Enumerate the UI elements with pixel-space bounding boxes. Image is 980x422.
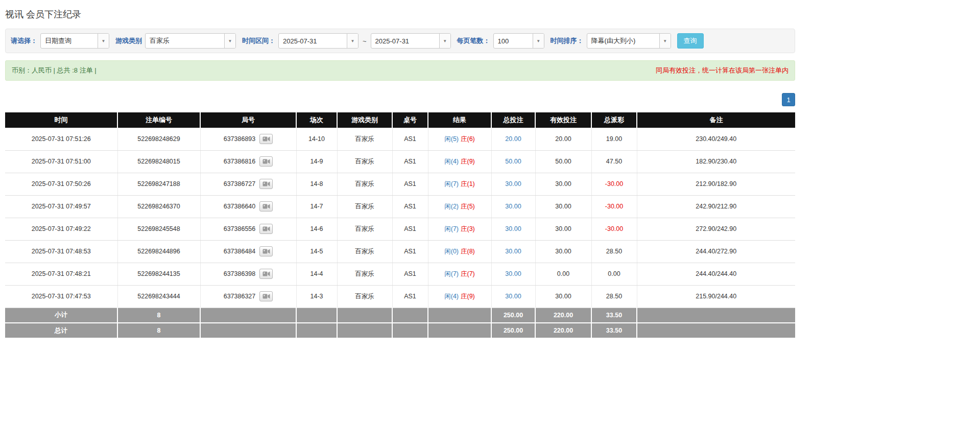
search-button[interactable]: 查询: [677, 33, 704, 49]
subtotal-row: 小计 8 250.00 220.00 33.50: [5, 308, 795, 323]
note: 244.40/272.90: [696, 248, 736, 255]
total-empty-cell: [337, 323, 392, 338]
sort-label: 时间排序：: [551, 36, 584, 45]
filter-group-per-page: 每页笔数： 100 ▼: [457, 33, 544, 49]
cell-session: 14-3: [296, 285, 337, 308]
total-bet-link[interactable]: 30.00: [505, 225, 521, 232]
date-from-input[interactable]: 2025-07-31 ▼: [278, 33, 358, 49]
cell-valid-bet: 0.00: [535, 263, 591, 285]
cell-valid-bet: 50.00: [535, 150, 591, 173]
video-replay-icon[interactable]: [259, 179, 273, 189]
round-id: 637386893: [224, 135, 256, 143]
result-banker: 庄(5): [461, 203, 475, 210]
page-button-1[interactable]: 1: [782, 93, 795, 106]
column-header: 结果: [428, 112, 491, 128]
bet-id: 522698248015: [137, 158, 180, 165]
cell-bet-id: 522698244135: [117, 263, 200, 285]
cell-game-type: 百家乐: [337, 263, 392, 285]
cell-time: 2025-07-31 07:51:00: [5, 150, 117, 173]
cell-result: 闲(7)庄(1): [428, 173, 491, 195]
cell-note: 272.90/242.90: [637, 218, 795, 240]
cell-total-bet: 30.00: [491, 240, 535, 263]
video-replay-icon[interactable]: [259, 156, 273, 167]
session-number: 14-7: [310, 203, 323, 210]
cell-total-bet: 30.00: [491, 173, 535, 195]
payout: -30.00: [605, 180, 623, 187]
result-player: 闲(2): [444, 203, 459, 210]
chevron-down-icon[interactable]: ▼: [98, 34, 109, 48]
filter-group-date-range: 时间区间： 2025-07-31 ▼ ~ 2025-07-31 ▼: [242, 33, 451, 49]
per-page-value: 100: [494, 34, 533, 48]
bet-id: 522698248629: [137, 135, 180, 143]
chevron-down-icon[interactable]: ▼: [439, 34, 450, 48]
cell-time: 2025-07-31 07:48:53: [5, 240, 117, 263]
table-number: AS1: [404, 203, 416, 210]
total-bet-link[interactable]: 30.00: [505, 270, 521, 277]
session-number: 14-3: [310, 293, 323, 300]
cell-bet-id: 522698244896: [117, 240, 200, 263]
result-player: 闲(7): [444, 270, 459, 277]
payout: 28.50: [606, 293, 622, 300]
page-title: 视讯 会员下注纪录: [5, 8, 795, 20]
total-total-bet: 250.00: [491, 323, 535, 338]
cell-note: 242.90/212.90: [637, 195, 795, 218]
total-bet-link[interactable]: 50.00: [505, 158, 521, 165]
note: 244.40/244.40: [696, 270, 736, 277]
cell-result: 闲(5)庄(6): [428, 128, 491, 150]
pagination: 1: [5, 93, 795, 106]
cell-total-bet: 50.00: [491, 150, 535, 173]
video-replay-icon[interactable]: [259, 246, 273, 256]
query-type-dropdown[interactable]: 日期查询 ▼: [40, 33, 109, 49]
cell-payout: 28.50: [591, 285, 637, 308]
table-header-row: 时间注单编号局号场次游戏类别桌号结果总投注有效投注总派彩备注: [5, 112, 795, 128]
video-replay-icon[interactable]: [259, 269, 273, 279]
game-type: 百家乐: [355, 203, 374, 210]
cell-bet-id: 522698243444: [117, 285, 200, 308]
cell-game-type: 百家乐: [337, 195, 392, 218]
chevron-down-icon[interactable]: ▼: [659, 34, 671, 48]
chevron-down-icon[interactable]: ▼: [224, 34, 235, 48]
total-bet-link[interactable]: 30.00: [505, 180, 521, 187]
game-type-label: 游戏类别: [115, 36, 142, 45]
bet-time: 2025-07-31 07:48:53: [32, 248, 91, 255]
total-bet-link[interactable]: 30.00: [505, 203, 521, 210]
chevron-down-icon[interactable]: ▼: [347, 34, 358, 48]
subtotal-label: 小计: [5, 308, 117, 323]
total-bet-link[interactable]: 30.00: [505, 293, 521, 300]
cell-bet-id: 522698245548: [117, 218, 200, 240]
cell-table-no: AS1: [392, 128, 428, 150]
cell-note: 215.90/244.40: [637, 285, 795, 308]
cell-session: 14-10: [296, 128, 337, 150]
cell-round-id: 637386727: [200, 173, 296, 195]
game-type-dropdown[interactable]: 百家乐 ▼: [145, 33, 236, 49]
date-to-input[interactable]: 2025-07-31 ▼: [371, 33, 451, 49]
total-bet-link[interactable]: 30.00: [505, 248, 521, 255]
subtotal-count: 8: [117, 308, 200, 323]
total-bet-link[interactable]: 20.00: [505, 135, 521, 143]
cell-game-type: 百家乐: [337, 285, 392, 308]
cell-time: 2025-07-31 07:51:26: [5, 128, 117, 150]
video-replay-icon[interactable]: [259, 201, 273, 212]
note: 212.90/182.90: [696, 180, 736, 187]
table-number: AS1: [404, 180, 416, 187]
total-empty-cell: [637, 323, 795, 338]
bet-time: 2025-07-31 07:49:57: [32, 203, 91, 210]
total-valid-bet: 220.00: [535, 323, 591, 338]
total-empty-cell: [296, 323, 337, 338]
video-replay-icon[interactable]: [259, 224, 273, 234]
per-page-dropdown[interactable]: 100 ▼: [493, 33, 544, 49]
session-number: 14-8: [310, 180, 323, 187]
note: 242.90/212.90: [696, 203, 736, 210]
sort-dropdown[interactable]: 降幕(由大到小) ▼: [587, 33, 671, 49]
table-number: AS1: [404, 270, 416, 277]
currency-total-text: 币别：人民币 | 总共 :8 注单 |: [12, 66, 97, 75]
bet-id: 522698246370: [137, 203, 180, 210]
cell-session: 14-5: [296, 240, 337, 263]
payout: 47.50: [606, 158, 622, 165]
bet-time: 2025-07-31 07:49:22: [32, 225, 91, 232]
cell-table-no: AS1: [392, 263, 428, 285]
video-replay-icon[interactable]: [259, 134, 273, 144]
video-replay-icon[interactable]: [259, 291, 273, 301]
result-banker: 庄(6): [461, 135, 475, 143]
chevron-down-icon[interactable]: ▼: [533, 34, 544, 48]
